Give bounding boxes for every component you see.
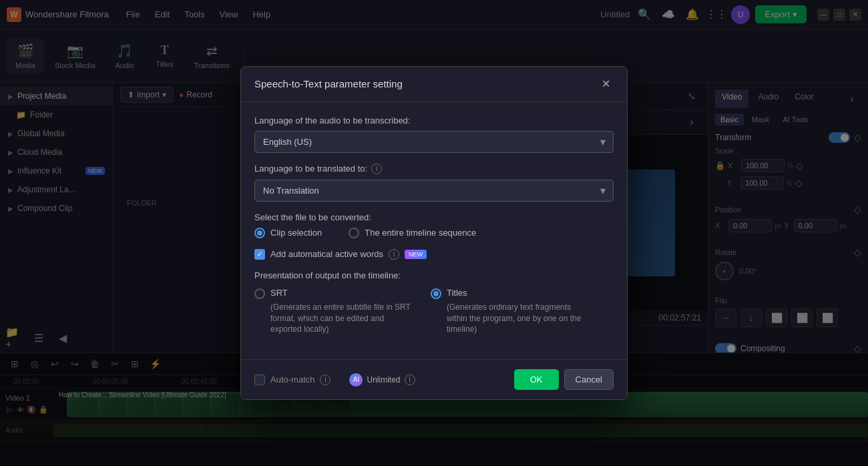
radio-circle-timeline — [349, 228, 359, 238]
dialog-body: Language of the audio to be transcribed:… — [241, 102, 627, 360]
radio-clip-selection[interactable]: Clip selection — [254, 228, 322, 238]
srt-option-content: SRT (Generates an entire subtitle file i… — [270, 287, 417, 336]
cancel-button[interactable]: Cancel — [564, 369, 614, 390]
srt-option[interactable]: SRT (Generates an entire subtitle file i… — [254, 287, 417, 336]
audio-lang-label: Language of the audio to be transcribed: — [254, 115, 614, 126]
add-words-row: ✓ Add automatical active words i NEW — [254, 249, 614, 260]
automatch-checkbox[interactable] — [254, 375, 265, 385]
speech-to-text-dialog: Speech-to-Text parameter setting ✕ Langu… — [240, 66, 628, 401]
srt-titles-row: SRT (Generates an entire subtitle file i… — [254, 287, 614, 336]
dialog-overlay: Speech-to-Text parameter setting ✕ Langu… — [0, 0, 868, 466]
add-words-info-icon[interactable]: i — [389, 249, 399, 260]
new-badge-words: NEW — [405, 250, 427, 259]
check-icon: ✓ — [257, 250, 262, 258]
translate-lang-select[interactable]: No Translation — [254, 180, 614, 202]
automatch-info-icon[interactable]: i — [320, 375, 331, 385]
ok-button[interactable]: OK — [514, 369, 559, 390]
titles-option-content: Titles (Generates ordinary text fragment… — [447, 287, 594, 336]
footer-left: Auto-match i AI Unlimited i — [254, 373, 415, 387]
audio-lang-wrapper: English (US) — [254, 131, 614, 153]
radio-circle-clip — [254, 228, 265, 238]
audio-lang-select[interactable]: English (US) — [254, 131, 614, 153]
translate-lang-label-row: Language to be translated to: i — [254, 164, 614, 174]
dialog-title: Speech-to-Text parameter setting — [254, 78, 403, 89]
footer-right: OK Cancel — [514, 369, 614, 390]
unlimited-row: AI Unlimited i — [349, 373, 415, 387]
automatch-row: Auto-match i — [254, 375, 331, 385]
dialog-close-button[interactable]: ✕ — [598, 76, 614, 92]
output-section-label: Presentation of output on the timeline: — [254, 270, 614, 280]
ai-icon: AI — [349, 373, 363, 387]
titles-radio-circle — [431, 288, 441, 299]
translate-info-icon[interactable]: i — [371, 164, 382, 174]
file-radio-group: Clip selection The entire timeline seque… — [254, 228, 614, 238]
srt-radio-circle — [254, 288, 265, 299]
radio-entire-timeline[interactable]: The entire timeline sequence — [349, 228, 476, 238]
dialog-header: Speech-to-Text parameter setting ✕ — [241, 67, 627, 102]
translate-lang-label: Language to be translated to: — [254, 164, 367, 174]
file-select-label: Select the file to be converted: — [254, 212, 614, 222]
dialog-footer: Auto-match i AI Unlimited i OK Cancel — [241, 359, 627, 399]
translate-lang-wrapper: No Translation — [254, 180, 614, 202]
titles-option[interactable]: Titles (Generates ordinary text fragment… — [431, 287, 594, 336]
add-words-checkbox[interactable]: ✓ — [254, 249, 265, 260]
unlimited-info-icon[interactable]: i — [405, 375, 415, 385]
